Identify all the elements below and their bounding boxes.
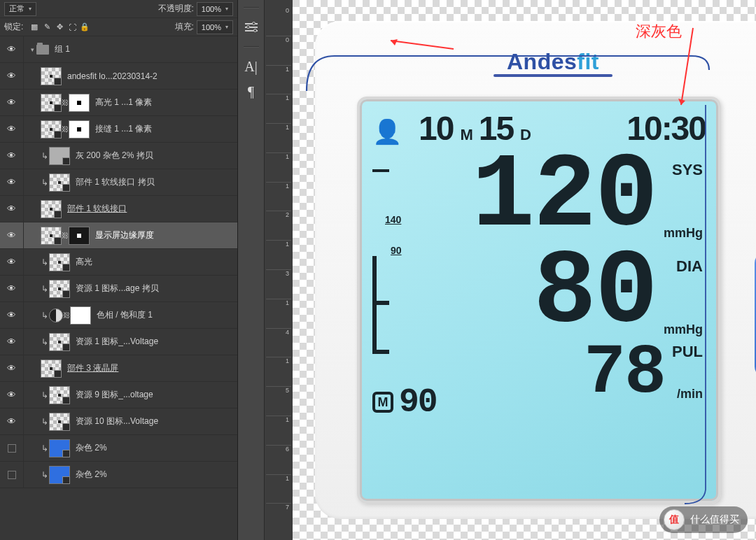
layer-name[interactable]: 资源 9 图标_...oltage: [76, 389, 153, 401]
visibility-toggle[interactable]: 👁: [0, 36, 24, 62]
lock-pixels-icon[interactable]: ▩: [29, 22, 40, 33]
layer-name[interactable]: 色相 / 饱和度 1: [97, 309, 153, 321]
layer-name[interactable]: andesfit lo...20230314-2: [67, 71, 158, 81]
layer-thumbnail[interactable]: [49, 333, 70, 351]
lock-all-icon[interactable]: 🔒: [79, 22, 90, 33]
layer-row[interactable]: 👁↳部件 1 软线接口 拷贝: [0, 169, 237, 196]
clipping-indicator-icon: ↳: [41, 390, 49, 400]
layer-thumbnail[interactable]: [49, 439, 70, 457]
visibility-toggle[interactable]: [0, 462, 24, 488]
layer-thumbnail[interactable]: [41, 200, 62, 218]
canvas[interactable]: Andesfit 👤 10 M 15 D 10:30 140: [293, 0, 756, 540]
layer-name[interactable]: 组 1: [55, 43, 70, 55]
visibility-toggle[interactable]: 👁: [0, 143, 24, 169]
layer-thumbnail[interactable]: [41, 67, 62, 85]
ruler-tick: 0: [266, 7, 291, 36]
layer-thumbnail[interactable]: [49, 147, 70, 165]
month-value: 10: [419, 109, 453, 148]
visibility-toggle[interactable]: 👁: [0, 302, 24, 328]
visibility-toggle[interactable]: 👁: [0, 196, 24, 222]
blend-mode-dropdown[interactable]: 正常 ▾: [4, 2, 36, 16]
visibility-toggle[interactable]: 👁: [0, 116, 24, 142]
layer-mask-thumbnail[interactable]: [69, 120, 90, 138]
layer-row[interactable]: 👁↳资源 10 图标...Voltage: [0, 408, 237, 435]
layer-name[interactable]: 高光: [76, 256, 92, 268]
layer-name[interactable]: 资源 1 图标_...Voltage: [76, 336, 158, 348]
layer-row[interactable]: 👁↳高光: [0, 249, 237, 276]
layer-row[interactable]: 👁↳资源 9 图标_...oltage: [0, 382, 237, 408]
layer-thumbnail[interactable]: [49, 280, 70, 298]
layer-row[interactable]: 👁⛓高光 1 ...1 像素: [0, 90, 237, 116]
link-icon[interactable]: ⛓: [63, 311, 70, 319]
brand-underline: [493, 74, 612, 77]
layer-thumbnail[interactable]: [49, 253, 70, 271]
layer-mask-thumbnail[interactable]: [70, 306, 91, 325]
layer-row[interactable]: 👁部件 3 液晶屏: [0, 355, 237, 382]
layer-thumbnail[interactable]: [49, 173, 70, 192]
layer-name[interactable]: 杂色 2%: [76, 469, 107, 481]
disclosure-triangle-icon[interactable]: ▾: [28, 46, 36, 53]
visibility-toggle[interactable]: [0, 435, 24, 461]
visibility-toggle[interactable]: 👁: [0, 329, 24, 355]
brand-name: Andes: [507, 49, 577, 74]
visibility-toggle[interactable]: 👁: [0, 222, 24, 248]
layer-row[interactable]: 👁▾组 1: [0, 36, 237, 63]
layer-name[interactable]: 高光 1 ...1 像素: [95, 97, 152, 108]
layer-row[interactable]: 👁⛓接缝 1 ...1 像素: [0, 116, 237, 143]
layer-row[interactable]: 👁↳资源 1 图标_...Voltage: [0, 329, 237, 355]
layer-row[interactable]: 👁↳资源 1 图标...age 拷贝: [0, 276, 237, 302]
layer-name[interactable]: 部件 3 液晶屏: [67, 362, 118, 374]
pulse-value: 78: [584, 341, 665, 406]
layer-thumbnail[interactable]: [41, 227, 62, 245]
clipping-indicator-icon: ↳: [41, 257, 49, 267]
lock-artboard-icon[interactable]: ⛶: [66, 22, 78, 33]
visibility-toggle[interactable]: 👁: [0, 276, 24, 301]
lock-brush-icon[interactable]: ✎: [41, 22, 52, 33]
visibility-toggle[interactable]: 👁: [0, 169, 24, 195]
link-icon[interactable]: ⛓: [62, 99, 69, 106]
layer-name[interactable]: 部件 1 软线接口: [67, 203, 127, 215]
layer-row[interactable]: 👁⛓显示屏边缘厚度: [0, 222, 237, 249]
layer-name[interactable]: 杂色 2%: [76, 442, 107, 454]
layer-thumbnail[interactable]: [41, 120, 62, 138]
visibility-toggle[interactable]: 👁: [0, 63, 24, 89]
layer-thumbnail[interactable]: [49, 413, 70, 431]
fill-dropdown[interactable]: 100% ▾: [197, 20, 233, 34]
link-icon[interactable]: ⛓: [62, 125, 69, 133]
layer-row[interactable]: 👁↳⛓色相 / 饱和度 1: [0, 302, 237, 329]
layer-row[interactable]: 👁↳灰 200 杂色 2% 拷贝: [0, 143, 237, 169]
layer-thumbnail[interactable]: [49, 466, 70, 484]
sliders-icon[interactable]: [241, 18, 261, 36]
opacity-dropdown[interactable]: 100% ▾: [197, 2, 233, 16]
layer-row[interactable]: ↳杂色 2%: [0, 462, 237, 488]
layer-name[interactable]: 部件 1 软线接口 拷贝: [76, 176, 155, 188]
layers-list[interactable]: 👁▾组 1👁andesfit lo...20230314-2👁⛓高光 1 ...…: [0, 36, 237, 540]
layer-mask-thumbnail[interactable]: [69, 94, 90, 112]
layer-row[interactable]: 👁部件 1 软线接口: [0, 196, 237, 222]
clipping-indicator-icon: ↳: [41, 470, 49, 480]
visibility-toggle[interactable]: 👁: [0, 382, 24, 408]
layer-row[interactable]: 👁andesfit lo...20230314-2: [0, 63, 237, 90]
layer-name[interactable]: 显示屏边缘厚度: [95, 229, 154, 241]
ruler-tick: 1: [266, 153, 291, 183]
layer-row[interactable]: ↳杂色 2%: [0, 435, 237, 462]
layer-thumbnail[interactable]: [41, 94, 62, 112]
align-left-icon[interactable]: A|: [241, 57, 261, 76]
memory-value: 90: [399, 383, 437, 421]
layer-thumbnail[interactable]: [41, 360, 62, 378]
layer-name[interactable]: 资源 1 图标...age 拷贝: [76, 283, 159, 294]
lock-position-icon[interactable]: ✥: [54, 22, 65, 33]
layer-name[interactable]: 灰 200 杂色 2% 拷贝: [76, 150, 153, 162]
layer-name[interactable]: 接缝 1 ...1 像素: [95, 123, 152, 135]
layer-thumbnail[interactable]: [49, 386, 70, 404]
link-icon[interactable]: ⛓: [62, 232, 69, 239]
layer-name[interactable]: 资源 10 图标...Voltage: [76, 415, 158, 427]
visibility-toggle[interactable]: 👁: [0, 90, 24, 115]
sys-unit: mmHg: [664, 226, 703, 241]
paragraph-icon[interactable]: ¶: [241, 83, 261, 101]
visibility-toggle[interactable]: 👁: [0, 355, 24, 381]
layer-mask-thumbnail[interactable]: [69, 227, 90, 245]
visibility-toggle[interactable]: 👁: [0, 408, 24, 434]
visibility-toggle[interactable]: 👁: [0, 249, 24, 275]
ruler-tick: 5: [266, 387, 291, 416]
